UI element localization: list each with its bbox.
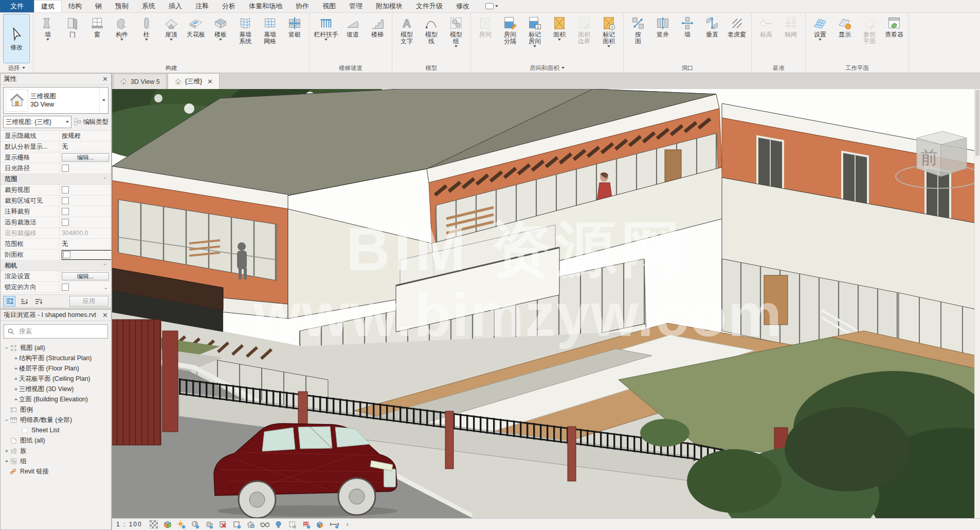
tab-analyze[interactable]: 分析 [215, 0, 242, 12]
opening-panel-label[interactable]: 洞口 [626, 63, 749, 73]
tool-level[interactable]: 标高 [754, 14, 778, 39]
tool-ceiling[interactable]: 天花板 [184, 14, 208, 39]
tool-grid[interactable]: 轴网 [778, 14, 803, 39]
section-box-field[interactable] [62, 250, 111, 260]
select-panel-label[interactable]: 选择 [3, 63, 30, 73]
tool-dormer[interactable]: 老虎窗 [724, 14, 749, 39]
tab-collaborate[interactable]: 协作 [289, 0, 316, 12]
tab-file-upgrade[interactable]: 文件升级 [409, 0, 449, 12]
close-icon[interactable]: ✕ [102, 76, 108, 82]
tab-view[interactable]: 视图 [316, 0, 342, 12]
tool-railing[interactable]: 栏杆扶手 [312, 14, 340, 42]
section-header-extents[interactable]: 范围⌃ [1, 174, 111, 185]
scrollbar-thumb[interactable] [975, 90, 979, 156]
edit-button[interactable]: 编辑... [62, 272, 109, 280]
search-input[interactable] [18, 327, 104, 335]
datum-panel-label[interactable]: 基准 [754, 63, 803, 73]
tool-viewer[interactable]: 查看器 [882, 14, 906, 39]
tool-area-boundary[interactable]: 面积 边界 [572, 14, 596, 45]
tool-door[interactable]: 门 [60, 14, 85, 39]
highlight-displacement-sets-icon[interactable] [316, 520, 325, 529]
type-selector[interactable]: 三维视图 3D View [3, 87, 108, 114]
edit-type-button[interactable]: 编辑类型 [74, 118, 108, 127]
model-panel-label[interactable]: 模型 [394, 63, 468, 73]
tab-architecture[interactable]: 建筑 [34, 0, 62, 12]
reveal-constraints-icon[interactable] [330, 520, 339, 529]
circulation-panel-label[interactable]: 楼梯坡道 [312, 63, 390, 73]
property-value[interactable]: 无 [59, 142, 111, 152]
tree-item-sheet-list[interactable]: Sheet List [1, 425, 111, 435]
scroll-down-icon[interactable]: ⌄ [104, 285, 108, 290]
sort-by-group-button[interactable] [3, 296, 15, 307]
search-box[interactable] [4, 324, 108, 339]
reveal-hidden-elements-icon[interactable] [274, 520, 283, 529]
sort-ascending-button[interactable] [17, 296, 30, 307]
tool-shaft-opening[interactable]: 竖井 [650, 14, 675, 39]
tool-ramp[interactable]: 坡道 [340, 14, 365, 39]
temporary-view-properties-icon[interactable] [288, 520, 297, 529]
tool-floor[interactable]: 楼板 [208, 14, 233, 42]
crop-visible-checkbox[interactable] [62, 197, 69, 204]
tab-modify[interactable]: 修改 [449, 0, 476, 12]
far-clip-active-checkbox[interactable] [62, 219, 69, 226]
tool-opening-by-face[interactable]: 按 面 [626, 14, 650, 45]
tool-window[interactable]: 窗 [85, 14, 110, 39]
ribbon-collapse-button[interactable] [481, 0, 502, 12]
sun-path-checkbox[interactable] [62, 165, 69, 172]
crop-view-icon[interactable] [219, 520, 228, 529]
tool-wall-opening[interactable]: 墙 [675, 14, 700, 39]
tool-model-group[interactable]: 模型 组 [444, 14, 468, 49]
build-panel-label[interactable]: 构建 [35, 63, 307, 73]
tab-precast[interactable]: 预制 [108, 0, 135, 12]
tab-steel[interactable]: 钢 [88, 0, 108, 12]
view-tab-3d-view-5[interactable]: 3D View 5 [113, 74, 167, 89]
tool-mullion[interactable]: 竖梃 [282, 14, 307, 39]
tool-roof[interactable]: 屋顶 [159, 14, 184, 42]
tree-item-3d-view[interactable]: +三维视图 (3D View) [1, 384, 111, 394]
detail-level-icon[interactable] [149, 520, 158, 529]
tree-item-floor-plan[interactable]: +楼层平面 (Floor Plan) [1, 363, 111, 374]
tab-addins[interactable]: 附加模块 [369, 0, 409, 12]
show-analytical-model-icon[interactable] [302, 520, 311, 529]
tree-item-ceiling-plan[interactable]: +天花板平面 (Ceiling Plan) [1, 374, 111, 384]
shadows-icon[interactable] [191, 520, 200, 529]
tab-massing-site[interactable]: 体量和场地 [242, 0, 289, 12]
tree-item-views[interactable]: −视图 (all) [1, 343, 111, 353]
tree-item-groups[interactable]: +组 [1, 456, 111, 466]
view-selector-dropdown[interactable]: 三维视图: {三维} [3, 116, 71, 128]
tool-curtain-grid[interactable]: 幕墙 网格 [258, 14, 282, 45]
tool-component[interactable]: 构件 [110, 14, 134, 42]
annotation-crop-checkbox[interactable] [62, 208, 69, 215]
sort-descending-button[interactable] [32, 296, 44, 307]
tool-room[interactable]: 房间 [473, 14, 498, 39]
tool-show-work-plane[interactable]: 显示 [832, 14, 857, 39]
section-box-checkbox[interactable] [63, 251, 70, 258]
crop-view-checkbox[interactable] [62, 186, 69, 193]
close-icon[interactable]: ✕ [207, 78, 213, 85]
scope-box-value[interactable]: 无 [59, 239, 111, 249]
tool-curtain-system[interactable]: 幕墙 系统 [233, 14, 258, 45]
tab-insert[interactable]: 插入 [162, 0, 189, 12]
tab-annotate[interactable]: 注释 [189, 0, 215, 12]
3d-viewport[interactable]: BIM 资源网 www.bimzyw.com 西 东 前 [112, 89, 980, 518]
tree-item-legends[interactable]: 图例 [1, 404, 111, 415]
render-dialog-icon[interactable] [205, 520, 214, 529]
tool-model-text[interactable]: 模型 文字 [394, 14, 419, 45]
tree-item-sheets[interactable]: 图纸 (all) [1, 435, 111, 446]
visual-style-icon[interactable] [163, 520, 172, 529]
sun-path-icon[interactable] [177, 520, 186, 529]
tool-tag-room[interactable]: 标记 房间 [522, 14, 547, 49]
tool-set-work-plane[interactable]: 设置 [808, 14, 832, 42]
tool-room-separator[interactable]: 房间 分隔 [498, 14, 522, 45]
chevron-down-icon[interactable] [99, 87, 108, 113]
section-header-camera[interactable]: 相机⌃ [1, 260, 111, 271]
tool-tag-area[interactable]: 标记 面积 [596, 14, 621, 49]
tree-item-schedules[interactable]: −明细表/数量 (全部) [1, 415, 111, 425]
view-tab-3d-default[interactable]: {三维} ✕ [168, 73, 220, 89]
edit-button[interactable]: 编辑... [62, 153, 109, 162]
temporary-hide-isolate-icon[interactable] [260, 520, 269, 529]
show-crop-region-icon[interactable] [232, 520, 242, 529]
canvas-vertical-scrollbar[interactable] [974, 89, 980, 518]
tool-column[interactable]: 柱 [134, 14, 159, 42]
locked-orientation-checkbox[interactable] [62, 284, 69, 291]
